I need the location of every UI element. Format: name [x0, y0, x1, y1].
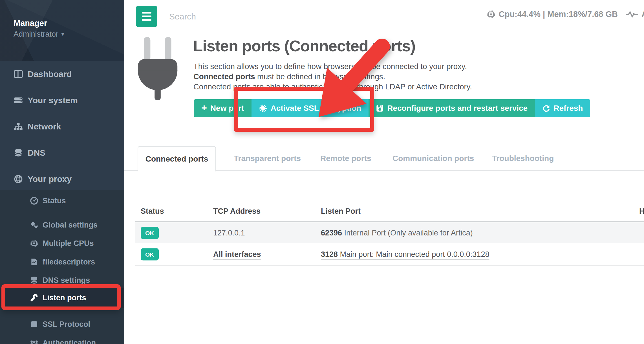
gears-icon	[29, 221, 39, 229]
cpu-mem-readout: Cpu:44.4% | Mem:18%/7.68 GB	[499, 10, 618, 19]
user-menu[interactable]: Manager Administrator▾	[0, 0, 124, 61]
save-icon	[376, 104, 384, 112]
server-icon	[13, 96, 24, 104]
refresh-button[interactable]: Refresh	[535, 99, 590, 117]
sidebar-item-dns-settings[interactable]: DNS settings	[0, 271, 124, 290]
sidebar-item-listen-ports[interactable]: Listen ports	[0, 288, 124, 308]
plus-icon: +	[201, 103, 207, 113]
tab-connected-ports[interactable]: Connected ports	[138, 146, 216, 171]
sidebar-item-multiple-cpus[interactable]: Multiple CPUs	[0, 234, 124, 253]
stats-clipped-text: A	[641, 10, 644, 19]
wrench-icon	[29, 294, 39, 302]
tab-transparent-ports[interactable]: Transparent ports	[234, 146, 301, 171]
column-header-listen-port: Listen Port	[321, 207, 361, 216]
description-line-3: Connected ports are able to authenticate…	[193, 82, 472, 92]
globe-icon	[13, 175, 24, 183]
sidebar-item-filedescriptors[interactable]: filedescriptors	[0, 253, 124, 271]
description-line-1: This section allows you to define how br…	[193, 61, 467, 72]
tab-troubleshooting[interactable]: Troubleshooting	[492, 146, 554, 171]
status-badge: OK	[141, 248, 159, 261]
sidebar-item-dns[interactable]: DNS	[0, 140, 124, 166]
table-row: OK All interfaces 3128 Main port: Main c…	[135, 243, 644, 266]
file-chart-icon	[29, 258, 39, 266]
tcp-address-link[interactable]: All interfaces	[213, 250, 261, 259]
tab-remote-ports[interactable]: Remote ports	[320, 146, 371, 171]
pulse-icon	[626, 11, 638, 18]
page-title: Listen ports (Connected ports)	[193, 37, 415, 55]
sitemap-icon	[13, 123, 24, 130]
table-row: OK 127.0.0.1 62396 Internal Port (Only a…	[135, 222, 644, 243]
listen-port-link[interactable]: 3128 Main port: Main connected port 0.0.…	[321, 250, 489, 259]
search-input[interactable]	[169, 9, 328, 24]
system-stats: Cpu:44.4% | Mem:18%/7.68 GB A	[487, 10, 644, 19]
menu-toggle-button[interactable]	[136, 6, 157, 27]
column-header-clipped: H	[639, 207, 644, 216]
cpu-chip-icon	[487, 10, 495, 19]
table-header-row: Status TCP Address Listen Port H	[135, 201, 644, 222]
tcp-address-cell: 127.0.0.1	[213, 229, 245, 237]
tab-communication-ports[interactable]: Communication ports	[392, 146, 474, 171]
listen-port-cell: 62396 Internal Port (Only available for …	[321, 229, 473, 237]
database-icon	[29, 276, 39, 284]
sidebar: Manager Administrator▾ Dashboard Your sy…	[0, 0, 124, 344]
database-icon	[13, 149, 24, 157]
sidebar-item-global-settings[interactable]: Global settings	[0, 216, 124, 234]
column-header-status: Status	[141, 207, 164, 216]
square-icon	[29, 321, 39, 328]
sidebar-item-ssl-protocol[interactable]: SSL Protocol	[0, 315, 124, 334]
chip-icon	[29, 239, 39, 247]
action-button-group: + New port Activate SSL decryption Recon…	[194, 99, 590, 117]
columns-icon	[13, 70, 24, 78]
starburst-gear-icon	[259, 104, 267, 113]
app-root: Manager Administrator▾ Dashboard Your sy…	[0, 0, 644, 344]
section-divider	[124, 141, 644, 141]
plug-icon	[135, 36, 180, 102]
gauge-icon	[29, 197, 39, 205]
chevron-down-icon: ▾	[61, 30, 64, 38]
column-header-tcp-address: TCP Address	[213, 207, 261, 216]
users-icon	[29, 339, 39, 344]
your-proxy-submenu: Status Global settings Multiple CPUs fil…	[0, 190, 124, 344]
sidebar-item-dashboard[interactable]: Dashboard	[0, 61, 124, 87]
new-port-button[interactable]: + New port	[194, 99, 252, 117]
refresh-icon	[542, 104, 550, 112]
sidebar-item-status[interactable]: Status	[0, 191, 124, 210]
sidebar-item-network[interactable]: Network	[0, 113, 124, 140]
sidebar-item-your-proxy[interactable]: Your proxy	[0, 166, 124, 192]
reconfigure-ports-button[interactable]: Reconfigure ports and restart service	[369, 99, 535, 117]
description-line-2: Connected ports must be defined in brows…	[193, 72, 385, 82]
sidebar-item-authentication[interactable]: Authentication	[0, 334, 124, 344]
user-role: Administrator▾	[14, 30, 64, 39]
activate-ssl-decryption-button[interactable]: Activate SSL decryption	[252, 99, 369, 117]
user-name: Manager	[14, 19, 47, 28]
sidebar-item-your-system[interactable]: Your system	[0, 87, 124, 113]
status-badge: OK	[141, 227, 159, 239]
